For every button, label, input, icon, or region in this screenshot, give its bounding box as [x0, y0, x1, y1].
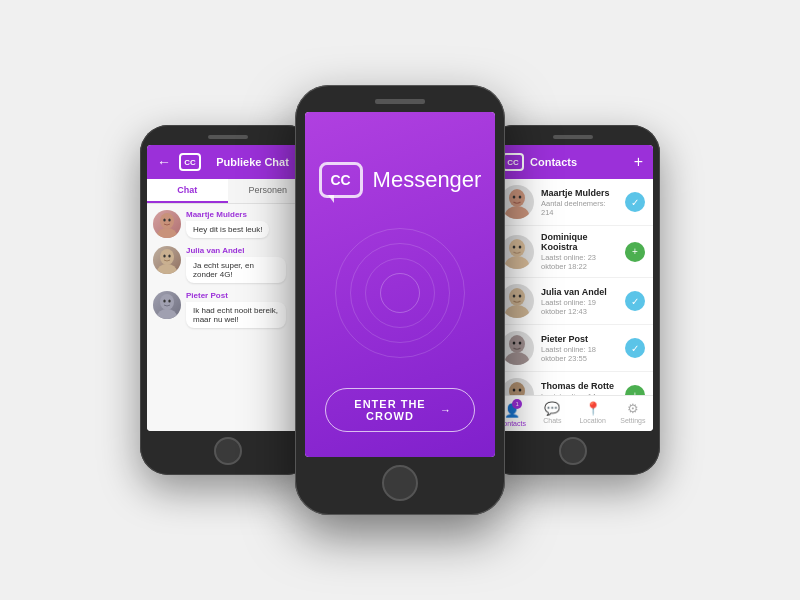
svg-point-3 [168, 219, 170, 222]
phones-container: ← CC Publieke Chat Chat Personen [140, 85, 660, 515]
contact-name-2: Dominique Kooistra [541, 232, 618, 252]
svg-point-0 [160, 213, 174, 229]
svg-point-19 [519, 245, 522, 248]
svg-point-14 [513, 195, 516, 198]
chat-header-logo: CC [179, 153, 201, 171]
splash-cc-icon: CC [319, 162, 363, 198]
contact-avatar-1 [500, 185, 534, 219]
tab-chat[interactable]: Chat [147, 179, 228, 203]
bubble-1: Hey dit is best leuk! [186, 221, 269, 238]
chat-message-1: Maartje Mulders Hey dit is best leuk! [153, 210, 302, 238]
contacts-list: Maartje Mulders Aantal deelnemers: 214 ✓ [492, 179, 653, 395]
contacts-footer: 👤 1 Contacts 💬 Chats 📍 Location ⚙ Settin… [492, 395, 653, 431]
contact-avatar-2 [500, 235, 534, 269]
svg-point-15 [519, 195, 522, 198]
right-phone-home-btn[interactable] [559, 437, 587, 465]
left-phone: ← CC Publieke Chat Chat Personen [140, 125, 315, 475]
bubble-wrap-1: Maartje Mulders Hey dit is best leuk! [186, 210, 269, 238]
svg-point-17 [505, 256, 529, 269]
svg-point-12 [509, 189, 525, 207]
location-icon: 📍 [585, 401, 601, 416]
svg-point-28 [509, 382, 525, 395]
contact-status-2: Laatst online: 23 oktober 18:22 [541, 253, 618, 271]
sender-1: Maartje Mulders [186, 210, 269, 219]
contact-item-5[interactable]: Thomas de Rotte Laatst online: 14 oktobe… [492, 372, 653, 395]
contact-avatar-4 [500, 331, 534, 365]
svg-point-31 [519, 388, 522, 391]
contact-action-5[interactable]: + [625, 385, 645, 395]
svg-point-1 [157, 228, 177, 238]
chats-icon: 💬 [544, 401, 560, 416]
avatar-maartje [153, 210, 181, 238]
svg-point-25 [505, 352, 529, 365]
svg-point-30 [513, 388, 516, 391]
center-phone-speaker [375, 99, 425, 104]
svg-point-9 [157, 309, 177, 319]
contacts-add-button[interactable]: + [634, 153, 643, 171]
svg-point-13 [505, 206, 529, 219]
contact-name-5: Thomas de Rotte [541, 381, 618, 391]
contact-action-1[interactable]: ✓ [625, 192, 645, 212]
left-phone-speaker [208, 135, 248, 139]
enter-crowd-button[interactable]: ENTER THE CROWD → [325, 388, 475, 432]
contact-info-5: Thomas de Rotte Laatst online: 14 oktobe… [541, 381, 618, 396]
avatar-julia [153, 246, 181, 274]
contact-status-3: Laatst online: 19 oktober 12:43 [541, 298, 618, 316]
contact-info-4: Pieter Post Laatst online: 18 oktober 23… [541, 334, 618, 363]
footer-tab-settings[interactable]: ⚙ Settings [613, 396, 653, 431]
footer-tab-chats[interactable]: 💬 Chats [532, 396, 572, 431]
footer-tab-location[interactable]: 📍 Location [573, 396, 613, 431]
contacts-header: CC Contacts + [492, 145, 653, 179]
svg-point-21 [505, 305, 529, 318]
svg-point-27 [519, 341, 522, 344]
right-phone-speaker [553, 135, 593, 139]
contact-info-3: Julia van Andel Laatst online: 19 oktobe… [541, 287, 618, 316]
settings-icon: ⚙ [627, 401, 639, 416]
chat-header: ← CC Publieke Chat [147, 145, 308, 179]
chat-tabs: Chat Personen [147, 179, 308, 204]
left-phone-screen: ← CC Publieke Chat Chat Personen [147, 145, 308, 431]
location-tab-label: Location [579, 417, 605, 424]
bubble-wrap-3: Pieter Post Ik had echt nooit bereik, ma… [186, 291, 286, 328]
chat-message-3: Pieter Post Ik had echt nooit bereik, ma… [153, 291, 302, 328]
center-phone-screen: CC Messenger ENTER THE CROWD → [305, 112, 495, 457]
bubble-wrap-2: Julia van Andel Ja echt super, en zonder… [186, 246, 286, 283]
splash-logo-area: CC Messenger [319, 162, 482, 198]
svg-point-22 [513, 294, 516, 297]
contact-action-2[interactable]: + [625, 242, 645, 262]
chat-message-2: Julia van Andel Ja echt super, en zonder… [153, 246, 302, 283]
contact-item-2[interactable]: Dominique Kooistra Laatst online: 23 okt… [492, 226, 653, 278]
contact-item-3[interactable]: Julia van Andel Laatst online: 19 oktobe… [492, 278, 653, 325]
contacts-icon-wrap: 👤 1 [504, 401, 520, 419]
contact-status-4: Laatst online: 18 oktober 23:55 [541, 345, 618, 363]
center-phone: CC Messenger ENTER THE CROWD → [295, 85, 505, 515]
contact-name-1: Maartje Mulders [541, 188, 618, 198]
chat-messages: Maartje Mulders Hey dit is best leuk! [147, 204, 308, 431]
svg-point-16 [509, 239, 525, 257]
svg-point-6 [163, 255, 165, 258]
contact-action-4[interactable]: ✓ [625, 338, 645, 358]
back-button[interactable]: ← [157, 154, 171, 170]
contact-item-1[interactable]: Maartje Mulders Aantal deelnemers: 214 ✓ [492, 179, 653, 226]
bubble-3: Ik had echt nooit bereik, maar nu wel! [186, 302, 286, 328]
chats-tab-label: Chats [543, 417, 561, 424]
contact-status-1: Aantal deelnemers: 214 [541, 199, 618, 217]
svg-point-7 [168, 255, 170, 258]
svg-point-18 [513, 245, 516, 248]
contact-item-4[interactable]: Pieter Post Laatst online: 18 oktober 23… [492, 325, 653, 372]
center-phone-home-btn[interactable] [382, 465, 418, 501]
bubble-2: Ja echt super, en zonder 4G! [186, 257, 286, 283]
contact-action-3[interactable]: ✓ [625, 291, 645, 311]
sender-3: Pieter Post [186, 291, 286, 300]
contact-name-4: Pieter Post [541, 334, 618, 344]
avatar-pieter [153, 291, 181, 319]
chat-header-title: Publieke Chat [207, 156, 298, 168]
svg-point-23 [519, 294, 522, 297]
left-phone-home-btn[interactable] [214, 437, 242, 465]
right-phone-screen: CC Contacts + [492, 145, 653, 431]
svg-point-8 [160, 294, 174, 310]
svg-point-20 [509, 288, 525, 306]
svg-point-10 [163, 300, 165, 303]
contacts-header-title: Contacts [530, 156, 628, 168]
contact-avatar-5 [500, 378, 534, 395]
